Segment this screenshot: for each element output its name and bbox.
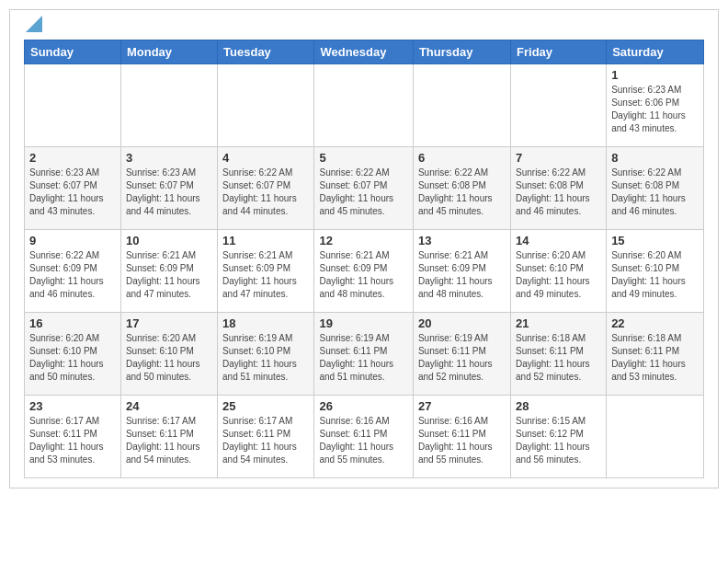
week-row-3: 16Sunrise: 6:20 AM Sunset: 6:10 PM Dayli… [25,313,704,396]
week-row-2: 9Sunrise: 6:22 AM Sunset: 6:09 PM Daylig… [25,230,704,313]
calendar-cell [25,64,121,147]
calendar-cell: 9Sunrise: 6:22 AM Sunset: 6:09 PM Daylig… [25,230,121,313]
day-number: 1 [611,68,699,82]
day-number: 2 [29,151,116,165]
day-info: Sunrise: 6:17 AM Sunset: 6:11 PM Dayligh… [126,415,212,466]
day-number: 14 [516,234,601,247]
calendar-cell: 25Sunrise: 6:17 AM Sunset: 6:11 PM Dayli… [218,396,314,478]
day-number: 28 [516,399,601,413]
day-number: 7 [516,151,601,165]
calendar-cell: 5Sunrise: 6:22 AM Sunset: 6:07 PM Daylig… [314,147,413,230]
day-info: Sunrise: 6:18 AM Sunset: 6:11 PM Dayligh… [611,332,699,384]
weekday-header-tuesday: Tuesday [218,40,314,64]
calendar-cell: 24Sunrise: 6:17 AM Sunset: 6:11 PM Dayli… [120,396,217,478]
calendar-cell: 4Sunrise: 6:22 AM Sunset: 6:07 PM Daylig… [218,147,314,230]
weekday-header-wednesday: Wednesday [314,40,413,64]
day-number: 3 [126,151,212,165]
calendar-cell: 11Sunrise: 6:21 AM Sunset: 6:09 PM Dayli… [218,230,314,313]
day-info: Sunrise: 6:22 AM Sunset: 6:08 PM Dayligh… [516,167,601,218]
calendar-cell [413,64,510,147]
calendar-cell: 12Sunrise: 6:21 AM Sunset: 6:09 PM Dayli… [314,230,413,313]
logo-icon [26,16,42,32]
day-info: Sunrise: 6:23 AM Sunset: 6:07 PM Dayligh… [126,167,212,218]
day-info: Sunrise: 6:22 AM Sunset: 6:07 PM Dayligh… [319,167,407,218]
day-info: Sunrise: 6:22 AM Sunset: 6:08 PM Dayligh… [611,167,699,218]
day-info: Sunrise: 6:22 AM Sunset: 6:08 PM Dayligh… [418,167,506,218]
calendar-cell: 3Sunrise: 6:23 AM Sunset: 6:07 PM Daylig… [120,147,217,230]
weekday-header-friday: Friday [511,40,607,64]
calendar-cell: 10Sunrise: 6:21 AM Sunset: 6:09 PM Dayli… [120,230,217,313]
calendar-cell: 1Sunrise: 6:23 AM Sunset: 6:06 PM Daylig… [607,64,704,147]
day-info: Sunrise: 6:16 AM Sunset: 6:11 PM Dayligh… [418,415,506,466]
day-number: 15 [611,234,699,247]
calendar-table: SundayMondayTuesdayWednesdayThursdayFrid… [24,40,704,478]
day-number: 18 [222,316,309,330]
day-number: 12 [319,234,407,247]
week-row-1: 2Sunrise: 6:23 AM Sunset: 6:07 PM Daylig… [25,147,704,230]
day-number: 17 [126,316,212,330]
day-number: 9 [29,234,116,247]
day-number: 21 [516,316,601,330]
day-info: Sunrise: 6:19 AM Sunset: 6:11 PM Dayligh… [319,332,407,384]
day-info: Sunrise: 6:19 AM Sunset: 6:10 PM Dayligh… [222,332,309,384]
calendar-cell: 14Sunrise: 6:20 AM Sunset: 6:10 PM Dayli… [511,230,607,313]
weekday-header-thursday: Thursday [413,40,510,64]
day-info: Sunrise: 6:18 AM Sunset: 6:11 PM Dayligh… [516,332,601,384]
day-info: Sunrise: 6:22 AM Sunset: 6:09 PM Dayligh… [29,249,116,301]
logo [24,19,42,32]
calendar-cell: 16Sunrise: 6:20 AM Sunset: 6:10 PM Dayli… [25,313,121,396]
day-number: 25 [222,399,309,413]
day-number: 10 [126,234,212,247]
calendar-cell [120,64,217,147]
calendar-cell: 18Sunrise: 6:19 AM Sunset: 6:10 PM Dayli… [218,313,314,396]
day-number: 5 [319,151,407,165]
calendar-cell: 22Sunrise: 6:18 AM Sunset: 6:11 PM Dayli… [607,313,704,396]
day-number: 4 [222,151,309,165]
calendar-cell: 6Sunrise: 6:22 AM Sunset: 6:08 PM Daylig… [413,147,510,230]
week-row-4: 23Sunrise: 6:17 AM Sunset: 6:11 PM Dayli… [25,396,704,478]
calendar-cell: 26Sunrise: 6:16 AM Sunset: 6:11 PM Dayli… [314,396,413,478]
day-info: Sunrise: 6:20 AM Sunset: 6:10 PM Dayligh… [516,249,601,301]
weekday-header-row: SundayMondayTuesdayWednesdayThursdayFrid… [25,40,704,64]
calendar-cell: 17Sunrise: 6:20 AM Sunset: 6:10 PM Dayli… [120,313,217,396]
day-number: 11 [222,234,309,247]
calendar-cell: 13Sunrise: 6:21 AM Sunset: 6:09 PM Dayli… [413,230,510,313]
day-info: Sunrise: 6:15 AM Sunset: 6:12 PM Dayligh… [516,415,601,466]
day-info: Sunrise: 6:20 AM Sunset: 6:10 PM Dayligh… [126,332,212,384]
calendar-cell [218,64,314,147]
calendar-cell: 23Sunrise: 6:17 AM Sunset: 6:11 PM Dayli… [25,396,121,478]
week-row-0: 1Sunrise: 6:23 AM Sunset: 6:06 PM Daylig… [25,64,704,147]
weekday-header-monday: Monday [120,40,217,64]
day-info: Sunrise: 6:19 AM Sunset: 6:11 PM Dayligh… [418,332,506,384]
day-number: 22 [611,316,699,330]
calendar-cell [314,64,413,147]
day-info: Sunrise: 6:23 AM Sunset: 6:07 PM Dayligh… [29,167,116,218]
day-number: 26 [319,399,407,413]
day-info: Sunrise: 6:17 AM Sunset: 6:11 PM Dayligh… [222,415,309,466]
calendar-cell: 2Sunrise: 6:23 AM Sunset: 6:07 PM Daylig… [25,147,121,230]
header [24,19,704,32]
day-info: Sunrise: 6:16 AM Sunset: 6:11 PM Dayligh… [319,415,407,466]
day-number: 19 [319,316,407,330]
day-number: 24 [126,399,212,413]
day-info: Sunrise: 6:21 AM Sunset: 6:09 PM Dayligh… [418,249,506,301]
day-info: Sunrise: 6:17 AM Sunset: 6:11 PM Dayligh… [29,415,116,466]
day-info: Sunrise: 6:20 AM Sunset: 6:10 PM Dayligh… [611,249,699,301]
day-info: Sunrise: 6:21 AM Sunset: 6:09 PM Dayligh… [319,249,407,301]
day-info: Sunrise: 6:21 AM Sunset: 6:09 PM Dayligh… [222,249,309,301]
calendar-cell [511,64,607,147]
weekday-header-sunday: Sunday [25,40,121,64]
day-number: 6 [418,151,506,165]
day-number: 8 [611,151,699,165]
weekday-header-saturday: Saturday [607,40,704,64]
day-info: Sunrise: 6:23 AM Sunset: 6:06 PM Dayligh… [611,84,699,135]
svg-marker-0 [26,16,42,32]
calendar-cell: 20Sunrise: 6:19 AM Sunset: 6:11 PM Dayli… [413,313,510,396]
day-info: Sunrise: 6:22 AM Sunset: 6:07 PM Dayligh… [222,167,309,218]
calendar-cell: 28Sunrise: 6:15 AM Sunset: 6:12 PM Dayli… [511,396,607,478]
day-number: 16 [29,316,116,330]
calendar-cell: 15Sunrise: 6:20 AM Sunset: 6:10 PM Dayli… [607,230,704,313]
calendar-page: SundayMondayTuesdayWednesdayThursdayFrid… [9,9,719,488]
calendar-cell [607,396,704,478]
day-number: 23 [29,399,116,413]
